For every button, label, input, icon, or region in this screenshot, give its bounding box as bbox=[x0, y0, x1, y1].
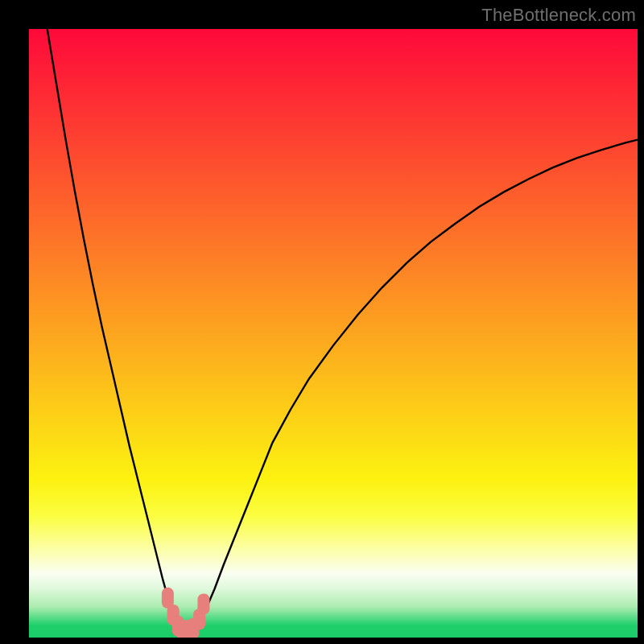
chart-marker bbox=[197, 593, 209, 614]
plot-area bbox=[29, 29, 638, 638]
watermark-text: TheBottleneck.com bbox=[481, 5, 636, 26]
plot-svg bbox=[29, 29, 638, 638]
gradient-background bbox=[29, 29, 638, 638]
chart-root: TheBottleneck.com bbox=[0, 0, 644, 644]
